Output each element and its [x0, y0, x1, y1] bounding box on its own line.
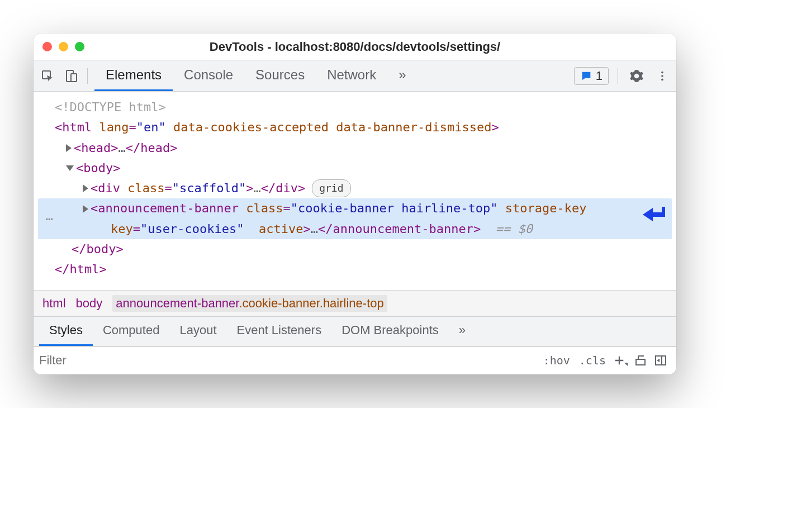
console-reference: == $0 [496, 222, 533, 236]
selection-arrow-icon [641, 205, 666, 233]
window-title: DevTools - localhost:8080/docs/devtools/… [34, 40, 676, 54]
dom-selected-node[interactable]: ⋯ <announcement-banner class="cookie-ban… [38, 198, 672, 239]
breadcrumb-html[interactable]: html [42, 296, 66, 311]
tabs-overflow[interactable]: » [387, 60, 417, 91]
main-toolbar: Elements Console Sources Network » 1 [34, 60, 676, 92]
new-style-rule-icon[interactable] [610, 354, 630, 367]
computed-styles-icon[interactable] [630, 354, 651, 367]
tab-computed[interactable]: Computed [93, 317, 170, 346]
devtools-window: DevTools - localhost:8080/docs/devtools/… [34, 34, 676, 374]
inspect-icon[interactable] [38, 66, 57, 86]
svg-point-5 [661, 78, 663, 80]
main-tabs: Elements Console Sources Network » [94, 60, 570, 91]
breadcrumb: html body announcement-banner.cookie-ban… [34, 290, 676, 316]
elements-tree[interactable]: <!DOCTYPE html> <html lang="en" data-coo… [34, 92, 676, 290]
expand-icon[interactable] [66, 144, 72, 152]
filter-input[interactable] [34, 350, 539, 371]
svg-rect-2 [71, 74, 77, 82]
styles-tabs-overflow[interactable]: » [449, 317, 476, 346]
more-actions-icon[interactable]: ⋯ [41, 209, 58, 229]
tab-elements[interactable]: Elements [94, 60, 173, 91]
close-button[interactable] [42, 42, 52, 51]
dom-head[interactable]: <head>…</head> [38, 138, 672, 158]
tab-console[interactable]: Console [173, 60, 244, 91]
gear-icon[interactable] [627, 66, 646, 86]
grid-badge[interactable]: grid [312, 179, 350, 197]
titlebar: DevTools - localhost:8080/docs/devtools/… [34, 34, 676, 60]
toggle-sidebar-icon[interactable] [651, 354, 671, 367]
cls-toggle[interactable]: .cls [575, 354, 610, 367]
issues-badge[interactable]: 1 [574, 67, 609, 85]
tab-dom-breakpoints[interactable]: DOM Breakpoints [331, 317, 449, 346]
dom-html-close[interactable]: </html> [38, 259, 672, 279]
issues-count: 1 [596, 69, 603, 83]
collapse-icon[interactable] [66, 165, 74, 171]
dom-body-close[interactable]: </body> [38, 239, 672, 259]
svg-point-4 [661, 75, 663, 77]
dom-html-open[interactable]: <html lang="en" data-cookies-accepted da… [38, 117, 672, 137]
breadcrumb-current[interactable]: announcement-banner.cookie-banner.hairli… [112, 295, 387, 312]
styles-filter-bar: :hov .cls [34, 346, 676, 374]
minimize-button[interactable] [59, 42, 68, 51]
issues-icon [580, 70, 592, 82]
dom-div-scaffold[interactable]: <div class="scaffold">…</div> grid [38, 178, 672, 198]
tab-styles[interactable]: Styles [39, 317, 93, 346]
tab-layout[interactable]: Layout [169, 317, 226, 346]
breadcrumb-body[interactable]: body [76, 296, 103, 311]
styles-tabs: Styles Computed Layout Event Listeners D… [34, 316, 676, 346]
svg-point-3 [661, 71, 663, 73]
tab-sources[interactable]: Sources [244, 60, 316, 91]
zoom-button[interactable] [75, 42, 84, 51]
more-menu-icon[interactable] [653, 66, 672, 86]
toolbar-right: 1 [574, 66, 672, 86]
expand-icon[interactable] [83, 184, 88, 192]
hov-toggle[interactable]: :hov [539, 354, 575, 367]
separator [87, 68, 88, 84]
tab-event-listeners[interactable]: Event Listeners [227, 317, 332, 346]
expand-icon[interactable] [83, 205, 88, 213]
dom-body-open[interactable]: <body> [38, 158, 672, 178]
traffic-lights [42, 42, 84, 51]
tab-network[interactable]: Network [316, 60, 387, 91]
device-toggle-icon[interactable] [61, 66, 80, 86]
separator [618, 68, 618, 84]
dom-doctype[interactable]: <!DOCTYPE html> [38, 97, 672, 117]
svg-rect-6 [636, 359, 645, 365]
